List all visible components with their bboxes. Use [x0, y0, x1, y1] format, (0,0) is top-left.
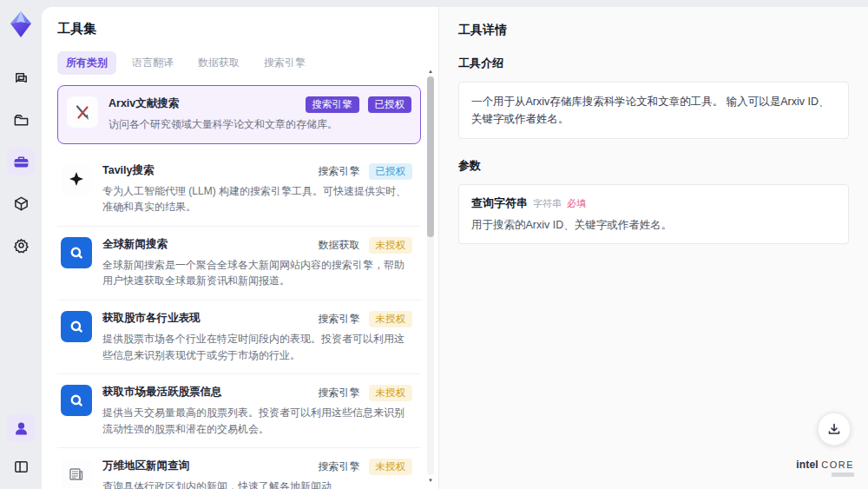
sidebar-item-models[interactable]	[7, 189, 35, 217]
tool-category-label: 搜索引擎	[319, 312, 360, 327]
tool-list-item-5[interactable]: 万维地区新闻查询 搜索引擎 未授权 查询具体行政区划内的新闻，快速了解各地新闻动	[57, 448, 421, 489]
tool-list-item-1[interactable]: Tavily搜索 搜索引擎 已授权 专为人工智能代理 (LLM) 构建的搜索引擎…	[57, 153, 421, 227]
param-description: 用于搜索的Arxiv ID、关键字或作者姓名。	[471, 218, 836, 233]
tool-list-item-0[interactable]: Arxiv文献搜索 搜索引擎 已授权 访问各个研究领域大量科学论文和文章的存储库…	[57, 85, 421, 144]
download-icon	[827, 422, 841, 436]
sidebar-item-chat[interactable]	[7, 64, 35, 92]
tool-auth-status-badge: 未授权	[369, 459, 413, 475]
tab-category-1[interactable]: 语言翻译	[123, 51, 182, 75]
tab-category-3[interactable]: 搜索引擎	[255, 51, 314, 75]
tool-description: 提供当天交易量最高的股票列表。投资者可以利用这些信息来识别流动性强的股票和潜在的…	[102, 405, 412, 437]
tool-description: 访问各个研究领域大量科学论文和文章的存储库。	[108, 116, 411, 133]
page-title: 工具集	[57, 21, 421, 37]
qblue-icon	[61, 385, 92, 416]
scroll-up-icon[interactable]: ▲	[426, 68, 435, 75]
tool-description: 专为人工智能代理 (LLM) 构建的搜索引擎工具。可快速提供实时、准确和真实的结…	[102, 183, 412, 215]
intel-core-logo: intel CORE	[796, 459, 854, 477]
qblue-icon	[61, 237, 92, 268]
tool-category-label: 搜索引擎	[319, 459, 360, 474]
app-sidebar	[0, 0, 42, 489]
param-type: 字符串	[533, 197, 562, 210]
tool-auth-status-badge: 未授权	[369, 237, 413, 254]
tool-title: 全球新闻搜索	[102, 237, 168, 253]
intro-heading: 工具介绍	[458, 56, 849, 71]
tool-auth-status-badge: 已授权	[369, 163, 413, 180]
tool-category-label: 搜索引擎	[319, 386, 360, 400]
param-header: 查询字符串 字符串 必填	[471, 195, 836, 211]
chat-icon	[13, 70, 30, 87]
tavily-icon	[61, 163, 92, 195]
tool-title: Arxiv文献搜索	[108, 96, 179, 112]
tool-category-label: 数据获取	[319, 238, 360, 253]
tool-category-label: 搜索引擎	[319, 164, 360, 179]
category-tabs: 所有类别语言翻译数据获取搜索引擎	[57, 51, 421, 75]
main-surface: 工具集 所有类别语言翻译数据获取搜索引擎 Arxiv文献搜索 搜索引擎 已授权 …	[42, 7, 868, 489]
tool-list-item-3[interactable]: 获取股市各行业表现 搜索引擎 未授权 提供股票市场各个行业在特定时间段内的表现。…	[57, 301, 421, 374]
arxiv-icon	[67, 96, 98, 128]
param-name: 查询字符串	[471, 195, 528, 211]
sidebar-item-files[interactable]	[7, 106, 35, 134]
tab-category-0[interactable]: 所有类别	[57, 51, 116, 75]
list-scrollbar[interactable]: ▲ ▼	[426, 68, 435, 484]
tool-title: 获取股市各行业表现	[102, 311, 201, 327]
tool-description: 全球新闻搜索是一个聚合全球各大新闻网站内容的搜索引擎，帮助用户快速获取全球最新资…	[102, 257, 412, 289]
toolbox-icon	[13, 154, 30, 170]
qblue-icon	[61, 311, 92, 342]
scrollbar-thumb[interactable]	[427, 76, 434, 237]
folder-icon	[13, 112, 30, 129]
user-icon	[13, 420, 30, 437]
sidebar-item-collapse-panel[interactable]	[7, 453, 35, 480]
brand-intel-text: intel	[796, 459, 819, 471]
brand-core-text: CORE	[821, 459, 854, 470]
tab-category-2[interactable]: 数据获取	[189, 51, 248, 75]
tool-auth-status-badge: 已授权	[368, 96, 412, 113]
param-card: 查询字符串 字符串 必填 用于搜索的Arxiv ID、关键字或作者姓名。	[458, 184, 849, 244]
cube-icon	[13, 195, 30, 212]
newspaper-icon	[61, 459, 92, 489]
tool-list-item-2[interactable]: 全球新闻搜索 数据获取 未授权 全球新闻搜索是一个聚合全球各大新闻网站内容的搜索…	[57, 227, 421, 301]
brand-sub-mark	[832, 472, 854, 477]
tool-title: Tavily搜索	[102, 163, 155, 179]
panel-layout-icon	[13, 459, 30, 475]
tool-category-label: 搜索引擎	[306, 96, 359, 113]
scrollbar-track[interactable]	[427, 76, 434, 475]
param-required-badge: 必填	[567, 197, 586, 210]
tool-title: 万维地区新闻查询	[102, 459, 189, 474]
download-button[interactable]	[818, 413, 851, 446]
intro-text-box: 一个用于从Arxiv存储库搜索科学论文和文章的工具。 输入可以是Arxiv ID…	[458, 82, 849, 139]
sidebar-item-toolbox[interactable]	[7, 148, 35, 175]
tool-detail-panel: 工具详情 工具介绍 一个用于从Arxiv存储库搜索科学论文和文章的工具。 输入可…	[438, 7, 868, 489]
tool-auth-status-badge: 未授权	[369, 311, 413, 327]
tool-description: 提供股票市场各个行业在特定时间段内的表现。投资者可以利用这些信息来识别表现优于或…	[102, 331, 412, 363]
tool-auth-status-badge: 未授权	[369, 385, 413, 401]
tool-list-item-4[interactable]: 获取市场最活跃股票信息 搜索引擎 未授权 提供当天交易量最高的股票列表。投资者可…	[57, 374, 421, 448]
sidebar-item-settings[interactable]	[7, 231, 35, 259]
sidebar-item-account[interactable]	[7, 414, 35, 442]
tool-list-panel: 工具集 所有类别语言翻译数据获取搜索引擎 Arxiv文献搜索 搜索引擎 已授权 …	[42, 7, 438, 489]
scroll-down-icon[interactable]: ▼	[426, 477, 435, 484]
detail-title: 工具详情	[458, 23, 849, 38]
tool-title: 获取市场最活跃股票信息	[102, 385, 222, 400]
app-logo-icon	[8, 10, 34, 38]
tool-list: Arxiv文献搜索 搜索引擎 已授权 访问各个研究领域大量科学论文和文章的存储库…	[57, 85, 421, 489]
gear-icon	[13, 237, 30, 254]
params-heading: 参数	[458, 158, 849, 174]
tool-description: 查询具体行政区划内的新闻，快速了解各地新闻动	[102, 479, 412, 489]
